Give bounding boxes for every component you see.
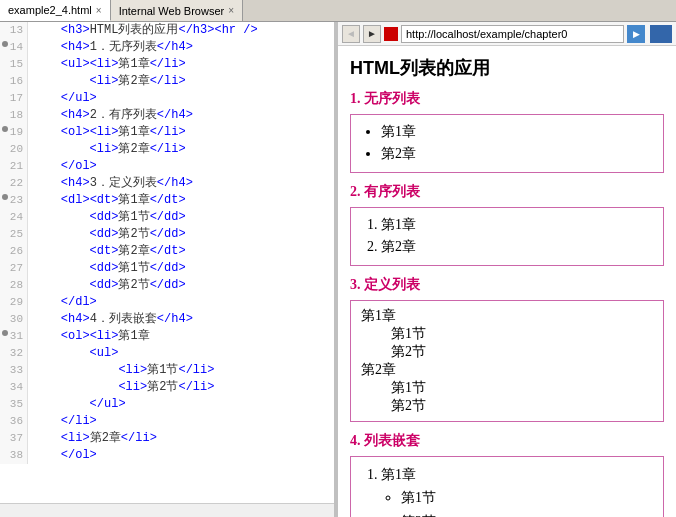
code-line: 33 <li>第1节</li> — [0, 362, 334, 379]
definition-list-box: 第1章 第1节 第2节 第2章 第1节 第2节 — [350, 300, 664, 422]
dt-2: 第2章 — [361, 361, 653, 379]
code-line: 27 <dd>第1节</dd> — [0, 260, 334, 277]
browser-pane: ◄ ► ▶ HTML列表的应用 1. 无序列表 第1章 第2章 2. 有序列表 … — [338, 22, 676, 517]
tab-code[interactable]: example2_4.html × — [0, 0, 111, 21]
line-number: 36 — [0, 413, 28, 430]
code-pane: 13 <h3>HTML列表的应用</h3><hr />14 <h4>1．无序列表… — [0, 22, 338, 517]
line-code: <h4>2．有序列表</h4> — [28, 107, 193, 124]
line-code: <h4>3．定义列表</h4> — [28, 175, 193, 192]
dd-1a: 第1节 — [391, 325, 653, 343]
code-line: 20 <li>第2章</li> — [0, 141, 334, 158]
line-code: <dd>第1节</dd> — [28, 260, 186, 277]
dt-1: 第1章 — [361, 307, 653, 325]
unordered-list-box: 第1章 第2章 — [350, 114, 664, 173]
code-line: 38 </ol> — [0, 447, 334, 464]
line-code: <dd>第2节</dd> — [28, 226, 186, 243]
line-number: 14 — [0, 39, 28, 56]
code-line: 30 <h4>4．列表嵌套</h4> — [0, 311, 334, 328]
line-code: </ol> — [28, 447, 97, 464]
code-line: 14 <h4>1．无序列表</h4> — [0, 39, 334, 56]
dd-1b: 第2节 — [391, 343, 653, 361]
forward-button[interactable]: ► — [363, 25, 381, 43]
code-scroll-area[interactable]: 13 <h3>HTML列表的应用</h3><hr />14 <h4>1．无序列表… — [0, 22, 334, 503]
line-number: 15 — [0, 56, 28, 73]
code-line: 29 </dl> — [0, 294, 334, 311]
line-code: <h4>4．列表嵌套</h4> — [28, 311, 193, 328]
section-2-heading: 2. 有序列表 — [350, 183, 664, 201]
line-number: 31 — [0, 328, 28, 345]
code-line: 35 </ul> — [0, 396, 334, 413]
section-1-heading: 1. 无序列表 — [350, 90, 664, 108]
line-code: <ul><li>第1章</li> — [28, 56, 186, 73]
line-number: 23 — [0, 192, 28, 209]
section-3-heading: 3. 定义列表 — [350, 276, 664, 294]
go-button[interactable]: ▶ — [627, 25, 645, 43]
line-code: <h4>1．无序列表</h4> — [28, 39, 193, 56]
code-line: 13 <h3>HTML列表的应用</h3><hr /> — [0, 22, 334, 39]
line-number: 32 — [0, 345, 28, 362]
ol-item-2: 第2章 — [381, 236, 653, 258]
line-number: 21 — [0, 158, 28, 175]
code-line: 25 <dd>第2节</dd> — [0, 226, 334, 243]
stop-button[interactable] — [384, 27, 398, 41]
unordered-list: 第1章 第2章 — [361, 121, 653, 166]
line-code: <ol><li>第1章 — [28, 328, 150, 345]
line-code: <ul> — [28, 345, 118, 362]
line-code: <li>第2章</li> — [28, 73, 186, 90]
line-number: 18 — [0, 107, 28, 124]
code-hscroll[interactable] — [0, 503, 334, 517]
back-button[interactable]: ◄ — [342, 25, 360, 43]
line-number: 17 — [0, 90, 28, 107]
bookmark-button[interactable] — [650, 25, 672, 43]
address-bar[interactable] — [401, 25, 624, 43]
tab-bar: example2_4.html × Internal Web Browser × — [0, 0, 676, 22]
dd-2b: 第2节 — [391, 397, 653, 415]
line-code: <dd>第2节</dd> — [28, 277, 186, 294]
code-line: 22 <h4>3．定义列表</h4> — [0, 175, 334, 192]
line-code: <li>第2章</li> — [28, 141, 186, 158]
line-number: 38 — [0, 447, 28, 464]
line-code: <ol><li>第1章</li> — [28, 124, 186, 141]
code-line: 31 <ol><li>第1章 — [0, 328, 334, 345]
line-number: 34 — [0, 379, 28, 396]
line-number: 35 — [0, 396, 28, 413]
line-number: 30 — [0, 311, 28, 328]
definition-list: 第1章 第1节 第2节 第2章 第1节 第2节 — [361, 307, 653, 415]
line-number: 29 — [0, 294, 28, 311]
code-line: 32 <ul> — [0, 345, 334, 362]
tab-code-close[interactable]: × — [96, 5, 102, 16]
line-code: <dd>第1节</dd> — [28, 209, 186, 226]
line-number: 27 — [0, 260, 28, 277]
nested-inner-list: 第1节 第2节 — [381, 486, 653, 517]
browser-content: HTML列表的应用 1. 无序列表 第1章 第2章 2. 有序列表 第1章 第2… — [338, 46, 676, 517]
nested-ul-item-2: 第2节 — [401, 510, 653, 517]
code-line: 24 <dd>第1节</dd> — [0, 209, 334, 226]
line-number: 20 — [0, 141, 28, 158]
line-code: <li>第2节</li> — [28, 379, 214, 396]
line-number: 26 — [0, 243, 28, 260]
ul-item-2: 第2章 — [381, 143, 653, 165]
code-line: 28 <dd>第2节</dd> — [0, 277, 334, 294]
tab-browser-label: Internal Web Browser — [119, 5, 225, 17]
main-area: 13 <h3>HTML列表的应用</h3><hr />14 <h4>1．无序列表… — [0, 22, 676, 517]
code-line: 17 </ul> — [0, 90, 334, 107]
code-line: 26 <dt>第2章</dt> — [0, 243, 334, 260]
page-title: HTML列表的应用 — [350, 56, 664, 80]
line-number: 33 — [0, 362, 28, 379]
ordered-list-box: 第1章 第2章 — [350, 207, 664, 266]
nested-list-box: 第1章 第1节 第2节 第2章 — [350, 456, 664, 517]
code-line: 37 <li>第2章</li> — [0, 430, 334, 447]
code-line: 36 </li> — [0, 413, 334, 430]
line-code: <li>第2章</li> — [28, 430, 157, 447]
line-code: <h3>HTML列表的应用</h3><hr /> — [28, 22, 258, 39]
line-number: 13 — [0, 22, 28, 39]
line-code: <dt>第2章</dt> — [28, 243, 186, 260]
line-number: 25 — [0, 226, 28, 243]
tab-browser[interactable]: Internal Web Browser × — [111, 0, 243, 21]
line-number: 28 — [0, 277, 28, 294]
tab-browser-close[interactable]: × — [228, 5, 234, 16]
tab-code-label: example2_4.html — [8, 4, 92, 16]
code-line: 15 <ul><li>第1章</li> — [0, 56, 334, 73]
nested-ul-item-1: 第1节 — [401, 486, 653, 510]
line-code: </ul> — [28, 90, 97, 107]
